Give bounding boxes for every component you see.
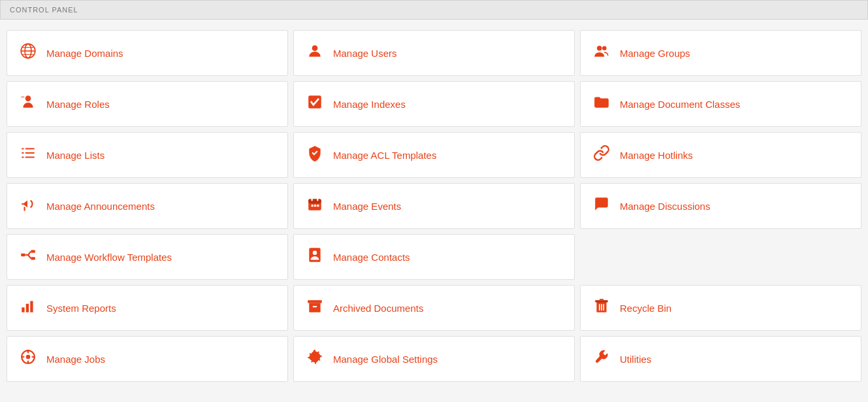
manage-document-classes-label: Manage Document Classes <box>620 99 740 110</box>
manage-hotlinks-label: Manage Hotlinks <box>620 150 693 161</box>
svg-point-32 <box>313 251 317 256</box>
manage-global-settings-label: Manage Global Settings <box>333 354 438 365</box>
workflow-icon <box>19 246 37 267</box>
svg-rect-15 <box>22 156 24 158</box>
svg-rect-11 <box>22 148 24 149</box>
svg-rect-25 <box>21 254 25 256</box>
jobs-icon <box>19 348 37 369</box>
trash-icon <box>592 297 611 318</box>
system-reports[interactable]: System Reports <box>7 285 288 331</box>
manage-groups-label: Manage Groups <box>620 48 690 59</box>
manage-acl-templates[interactable]: Manage ACL Templates <box>293 132 575 178</box>
svg-line-29 <box>28 252 31 255</box>
svg-rect-37 <box>313 306 317 307</box>
utilities[interactable]: Utilities <box>580 336 861 382</box>
manage-document-classes[interactable]: Manage Document Classes <box>580 81 861 127</box>
manage-roles[interactable]: Manage Roles <box>7 81 288 127</box>
svg-line-30 <box>28 255 31 258</box>
svg-point-5 <box>312 45 318 51</box>
system-reports-label: System Reports <box>46 303 116 314</box>
manage-discussions[interactable]: Manage Discussions <box>580 183 861 229</box>
manage-discussions-label: Manage Discussions <box>620 201 710 212</box>
manage-contacts[interactable]: Manage Contacts <box>293 234 575 280</box>
control-panel-header: CONTROL PANEL <box>0 0 868 20</box>
manage-events[interactable]: Manage Events <box>293 183 575 229</box>
manage-announcements[interactable]: Manage Announcements <box>7 183 288 229</box>
role-icon <box>19 93 37 114</box>
settings-icon <box>306 348 324 369</box>
checkbox-icon <box>306 93 324 114</box>
manage-events-label: Manage Events <box>333 201 401 212</box>
svg-rect-34 <box>26 304 29 312</box>
manage-announcements-label: Manage Announcements <box>46 201 155 212</box>
manage-lists-label: Manage Lists <box>46 150 104 161</box>
calendar-icon <box>306 195 324 216</box>
svg-rect-19 <box>308 199 321 203</box>
svg-rect-33 <box>22 307 24 312</box>
manage-jobs[interactable]: Manage Jobs <box>7 336 288 382</box>
globe-icon <box>19 42 37 63</box>
manage-roles-label: Manage Roles <box>46 99 110 110</box>
manage-lists[interactable]: Manage Lists <box>7 132 288 178</box>
svg-rect-39 <box>595 300 608 302</box>
control-panel-grid: Manage DomainsManage UsersManage GroupsM… <box>0 26 868 388</box>
manage-domains[interactable]: Manage Domains <box>7 30 288 76</box>
svg-rect-9 <box>21 96 24 97</box>
header-title: CONTROL PANEL <box>10 6 78 14</box>
recycle-bin-label: Recycle Bin <box>620 303 671 314</box>
archived-documents[interactable]: Archived Documents <box>293 285 575 331</box>
manage-users-label: Manage Users <box>333 48 397 59</box>
link-icon <box>592 144 611 165</box>
svg-rect-12 <box>25 148 35 149</box>
svg-rect-46 <box>26 350 31 351</box>
manage-jobs-label: Manage Jobs <box>46 354 105 365</box>
svg-rect-36 <box>308 300 322 303</box>
svg-rect-27 <box>31 257 35 260</box>
manage-workflow-templates[interactable]: Manage Workflow Templates <box>7 234 288 280</box>
svg-point-8 <box>25 95 31 101</box>
svg-rect-16 <box>25 156 35 158</box>
svg-rect-14 <box>25 152 35 154</box>
manage-indexes-label: Manage Indexes <box>333 99 406 110</box>
manage-domains-label: Manage Domains <box>46 48 123 59</box>
manage-acl-templates-label: Manage ACL Templates <box>333 150 436 161</box>
svg-rect-26 <box>31 250 35 252</box>
svg-point-7 <box>602 46 607 50</box>
manage-users[interactable]: Manage Users <box>293 30 575 76</box>
manage-global-settings[interactable]: Manage Global Settings <box>293 336 575 382</box>
svg-point-6 <box>597 46 602 51</box>
manage-hotlinks[interactable]: Manage Hotlinks <box>580 132 861 178</box>
svg-rect-13 <box>22 152 24 154</box>
folder-icon <box>592 93 611 114</box>
chart-icon <box>19 297 37 318</box>
chat-icon <box>592 195 611 216</box>
shield-icon <box>306 144 324 165</box>
manage-groups[interactable]: Manage Groups <box>580 30 861 76</box>
svg-rect-23 <box>314 205 316 207</box>
manage-workflow-templates-label: Manage Workflow Templates <box>46 252 172 263</box>
svg-rect-35 <box>30 301 33 312</box>
utilities-label: Utilities <box>620 354 651 365</box>
list-icon <box>19 144 37 165</box>
archived-documents-label: Archived Documents <box>333 303 423 314</box>
svg-rect-24 <box>317 205 319 207</box>
manage-indexes[interactable]: Manage Indexes <box>293 81 575 127</box>
recycle-bin[interactable]: Recycle Bin <box>580 285 861 331</box>
svg-rect-40 <box>600 299 604 300</box>
users-icon <box>592 42 611 63</box>
svg-point-45 <box>26 355 31 360</box>
user-icon <box>306 42 324 63</box>
contacts-icon <box>306 246 324 267</box>
archive-icon <box>306 297 324 318</box>
utilities-icon <box>592 348 611 369</box>
manage-contacts-label: Manage Contacts <box>333 252 410 263</box>
megaphone-icon <box>19 195 37 216</box>
svg-rect-22 <box>312 205 313 207</box>
